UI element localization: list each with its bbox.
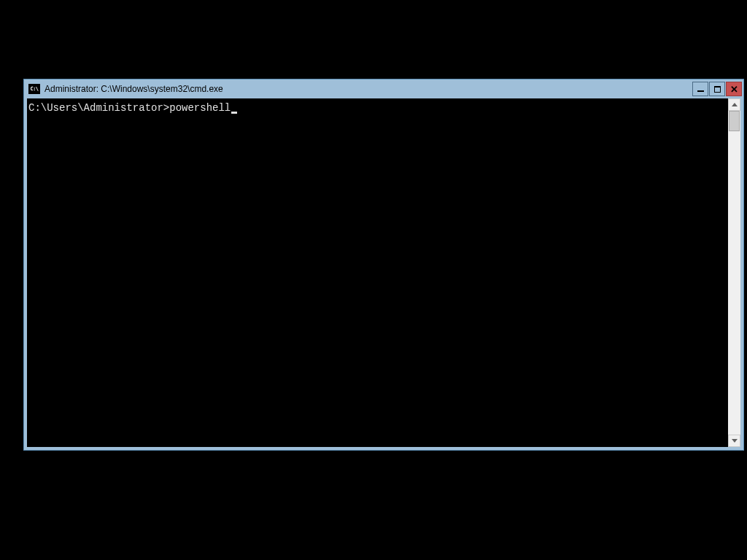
close-icon: ✕ (730, 85, 738, 94)
scroll-down-icon (732, 439, 738, 443)
scroll-down-button[interactable] (728, 435, 740, 447)
cmd-icon-label: C:\ (30, 86, 38, 92)
scroll-thumb[interactable] (729, 111, 740, 131)
scroll-up-button[interactable] (728, 98, 740, 111)
vertical-scrollbar[interactable] (728, 98, 740, 447)
maximize-icon (714, 86, 721, 93)
maximize-button[interactable] (709, 82, 725, 96)
titlebar[interactable]: C:\ Administrator: C:\Windows\system32\c… (24, 79, 743, 98)
command-text: powershell (169, 101, 231, 114)
prompt-line: C:\Users\Administrator>powershell (28, 101, 727, 114)
scroll-up-icon (732, 103, 738, 106)
minimize-icon (697, 90, 704, 92)
minimize-button[interactable] (692, 82, 708, 96)
content-area: C:\Users\Administrator>powershell (24, 98, 743, 450)
cmd-icon: C:\ (28, 84, 40, 94)
terminal[interactable]: C:\Users\Administrator>powershell (27, 98, 728, 447)
cursor (231, 112, 237, 114)
window-controls: ✕ (692, 82, 742, 96)
cmd-window: C:\ Administrator: C:\Windows\system32\c… (23, 79, 744, 451)
scroll-track[interactable] (728, 111, 740, 435)
close-button[interactable]: ✕ (726, 82, 742, 96)
prompt-text: C:\Users\Administrator> (28, 101, 169, 114)
window-title: Administrator: C:\Windows\system32\cmd.e… (44, 84, 692, 94)
